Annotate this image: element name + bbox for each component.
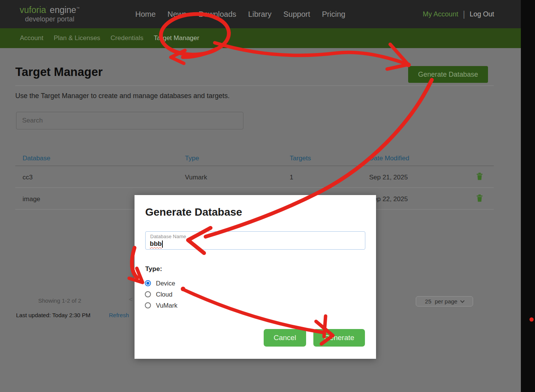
column-header-type[interactable]: Type xyxy=(185,155,199,162)
database-name-label: Database Name xyxy=(150,234,186,239)
my-account-link[interactable]: My Account xyxy=(423,10,458,18)
refresh-link[interactable]: Refresh xyxy=(109,312,129,318)
cell-targets: 1 xyxy=(290,174,293,181)
page-description: Use the Target Manager to create and man… xyxy=(15,92,230,100)
radio-option-device[interactable]: Device xyxy=(145,279,175,287)
pagination-prev-icon[interactable]: < xyxy=(129,296,133,303)
radio-option-label: VuMark xyxy=(156,302,177,309)
generate-button[interactable]: Generate xyxy=(313,329,365,347)
radio-option-vumark[interactable]: VuMark xyxy=(145,302,177,309)
subnav-item-account[interactable]: Account xyxy=(20,34,43,42)
logo-brand-mark: ˙ xyxy=(46,6,47,11)
logo-engine-text: engine xyxy=(50,5,76,15)
log-out-link[interactable]: Log Out xyxy=(470,10,494,18)
text-cursor xyxy=(162,240,163,248)
search-input[interactable] xyxy=(16,112,243,129)
generate-database-modal: Generate Database Database Name bbb Type… xyxy=(135,195,376,359)
modal-title: Generate Database xyxy=(145,206,242,218)
column-header-targets[interactable]: Targets xyxy=(290,155,311,162)
last-updated-label: Last updated: Today 2:30 PM xyxy=(16,312,91,318)
vuforia-logo[interactable]: vuforia˙ engine™ developer portal xyxy=(15,5,84,23)
type-section-label: Type: xyxy=(145,265,162,273)
nav-link-library[interactable]: Library xyxy=(248,10,271,19)
cell-date-modified: Sep 21, 2025 xyxy=(369,174,408,181)
nav-link-home[interactable]: Home xyxy=(135,10,156,19)
cell-database-name[interactable]: image xyxy=(23,195,40,203)
cell-database-name[interactable]: cc3 xyxy=(23,174,32,181)
column-header-date-modified[interactable]: Date Modified xyxy=(369,155,409,162)
database-name-field[interactable]: Database Name bbb xyxy=(145,231,365,250)
account-links: My Account | Log Out xyxy=(423,0,494,28)
database-name-value: bbb xyxy=(150,240,162,248)
radio-option-label: Device xyxy=(156,280,175,287)
nav-link-support[interactable]: Support xyxy=(283,10,310,19)
trash-icon xyxy=(477,194,483,202)
subnav-item-credentials[interactable]: Credentials xyxy=(110,34,143,42)
radio-selected-icon[interactable] xyxy=(145,280,151,286)
nav-link-news[interactable]: News xyxy=(167,10,186,19)
subnav-item-plan-licenses[interactable]: Plan & Licenses xyxy=(54,34,100,42)
trademark-symbol: ™ xyxy=(76,6,79,10)
cancel-button[interactable]: Cancel xyxy=(264,329,306,347)
account-divider: | xyxy=(463,9,465,19)
radio-unselected-icon[interactable] xyxy=(145,291,151,297)
nav-link-downloads[interactable]: Downloads xyxy=(198,10,236,19)
showing-count-label: Showing 1-2 of 2 xyxy=(38,297,81,304)
page-title: Target Manager xyxy=(15,65,103,79)
radio-option-cloud[interactable]: Cloud xyxy=(145,290,172,298)
radio-option-label: Cloud xyxy=(156,291,172,298)
top-navbar: vuforia˙ engine™ developer portal Home N… xyxy=(0,0,521,28)
logo-brand-line: vuforia˙ engine™ xyxy=(15,5,84,15)
per-page-label: per page xyxy=(435,298,457,305)
per-page-select[interactable]: 25 per page xyxy=(416,296,473,307)
portal-subnav: Account Plan & Licenses Credentials Targ… xyxy=(0,28,521,48)
logo-subtitle: developer portal xyxy=(15,15,84,23)
main-nav-links: Home News Downloads Library Support Pric… xyxy=(135,10,345,19)
subnav-item-target-manager[interactable]: Target Manager xyxy=(154,34,199,42)
delete-database-button[interactable] xyxy=(476,173,483,181)
cell-type: Vumark xyxy=(185,174,207,181)
radio-unselected-icon[interactable] xyxy=(145,302,151,308)
trash-icon xyxy=(477,173,483,180)
per-page-value: 25 xyxy=(425,298,431,305)
generate-database-button[interactable]: Generate Database xyxy=(408,66,488,83)
chevron-down-icon xyxy=(460,298,464,303)
delete-database-button[interactable] xyxy=(476,194,483,203)
logo-vuforia-text: vuforia xyxy=(20,5,46,15)
table-header-line xyxy=(15,166,494,166)
nav-link-pricing[interactable]: Pricing xyxy=(322,10,345,19)
screenshot-right-black-strip xyxy=(521,0,535,392)
column-header-database[interactable]: Database xyxy=(23,155,50,162)
header-divider xyxy=(15,85,494,86)
row-divider xyxy=(15,187,494,188)
